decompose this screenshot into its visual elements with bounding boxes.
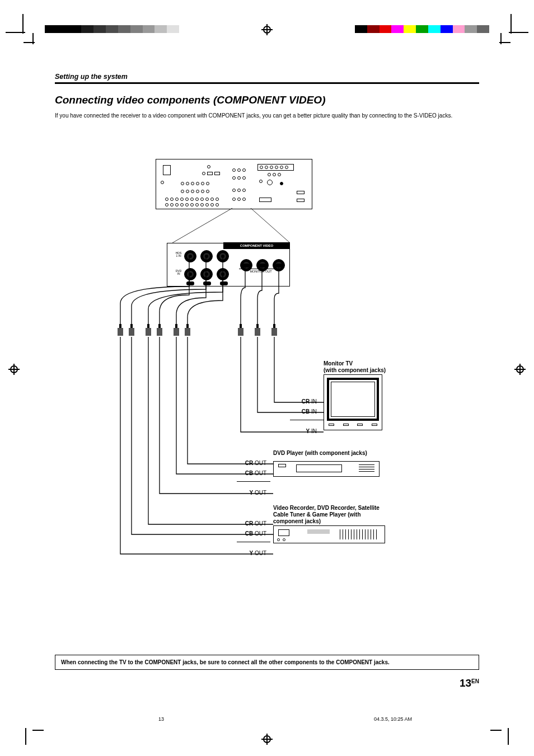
y-out-label: Y OUT [233,490,266,496]
color-bar [355,25,489,33]
footer-page: 13 [158,716,164,722]
cb-out-label-2: CB OUT [233,530,266,537]
grayscale-bar [45,25,179,33]
cr-out-label-2: CR OUT [233,520,266,527]
tv-icon [324,374,382,430]
cb-in-label: CB IN [283,408,317,415]
tv-label: Monitor TV (with component jacks) [324,360,386,374]
wiring-diagram: COMPONENT VIDEO HDS 1 IN DVD IN MONITOR … [55,159,479,629]
svg-line-0 [172,208,232,243]
registration-target-icon [514,364,526,375]
vcr-icon [273,525,385,543]
y-out-label-2: Y OUT [233,550,266,556]
page-number: 13EN [460,677,479,689]
cr-out-label: CR OUT [233,460,266,466]
print-registration-bottom [0,720,534,742]
section-label: Setting up the system [55,73,479,84]
page-heading: Connecting video components (COMPONENT V… [55,94,479,106]
registration-target-icon [261,24,273,35]
svg-line-1 [251,208,290,243]
intro-text: If you have connected the receiver to a … [55,112,479,120]
registration-target-icon [8,364,20,375]
y-in-label: Y IN [283,428,317,434]
cr-in-label: CR IN [283,398,317,405]
dvd-player-icon [273,461,380,477]
cb-out-label: CB OUT [233,470,266,476]
wiring-lines [55,159,479,629]
dvd-label: DVD Player (with component jacks) [273,450,367,457]
footer-timestamp: 04.3.5, 10:25 AM [374,716,412,722]
vcr-label: Video Recorder, DVD Recorder, Satellite … [273,505,391,525]
note-box: When connecting the TV to the COMPONENT … [55,655,479,670]
footer-meta: 13 04.3.5, 10:25 AM [55,716,479,722]
print-registration-top [0,25,534,48]
